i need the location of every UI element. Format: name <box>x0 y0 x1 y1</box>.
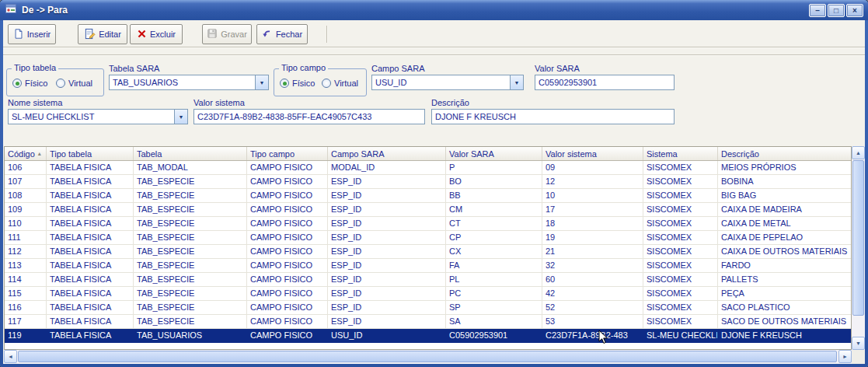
cell: C23D7F1A-89B2-483 <box>542 329 643 343</box>
separator-line <box>3 54 865 56</box>
table-row[interactable]: 113TABELA FISICATAB_ESPECIECAMPO FISICOE… <box>5 259 851 273</box>
cell: TAB_ESPECIE <box>134 287 247 301</box>
cell: 119 <box>5 329 47 343</box>
inserir-label: Inserir <box>27 30 51 39</box>
cell: SL-MEU CHECKLIST <box>643 329 718 343</box>
table-row[interactable]: 108TABELA FISICATAB_ESPECIECAMPO FISICOE… <box>5 189 851 203</box>
table-row[interactable]: 112TABELA FISICATAB_ESPECIECAMPO FISICOE… <box>5 245 851 259</box>
minimize-button[interactable]: – <box>809 4 826 17</box>
cell: TAB_ESPECIE <box>134 189 247 203</box>
cell: MEIOS PRÓPRIOS <box>718 161 852 175</box>
cell: PEÇA <box>718 287 852 301</box>
column-header[interactable]: Tipo campo <box>247 147 328 160</box>
cell: ESP_ID <box>328 245 446 259</box>
cell: SISCOMEX <box>643 287 718 301</box>
cell: CAMPO FISICO <box>247 315 328 329</box>
editar-button[interactable]: Editar <box>78 24 127 44</box>
cell: CM <box>446 203 542 217</box>
tipo-campo-group: Tipo campo Físico Virtual <box>274 68 367 96</box>
nome-sistema-combo[interactable]: SL-MEU CHECKLIST ▼ <box>8 109 188 124</box>
cell: SISCOMEX <box>643 189 718 203</box>
tipo-campo-virtual-radio[interactable]: Virtual <box>322 79 358 88</box>
campo-sara-value: USU_ID <box>372 78 510 87</box>
descricao-input[interactable] <box>431 109 675 124</box>
vertical-scrollbar[interactable]: ▲ ▼ <box>852 146 865 350</box>
cell: ESP_ID <box>328 301 446 315</box>
chevron-down-icon[interactable]: ▼ <box>174 110 187 124</box>
cell: PC <box>446 287 542 301</box>
cell: USU_ID <box>328 329 446 343</box>
nome-sistema-label: Nome sistema <box>8 98 62 107</box>
cell: 109 <box>5 203 47 217</box>
table-row[interactable]: 109TABELA FISICATAB_ESPECIECAMPO FISICOE… <box>5 203 851 217</box>
tabela-sara-combo[interactable]: TAB_USUARIOS ▼ <box>109 75 269 90</box>
cell: 21 <box>542 245 643 259</box>
column-header[interactable]: Campo SARA <box>328 147 446 160</box>
table-row[interactable]: 107TABELA FISICATAB_ESPECIECAMPO FISICOE… <box>5 175 851 189</box>
tipo-campo-fisico-radio[interactable]: Físico <box>280 79 315 88</box>
column-header[interactable]: Descrição <box>718 147 852 160</box>
valor-sara-input[interactable] <box>535 75 675 90</box>
cell: SISCOMEX <box>643 273 718 287</box>
cell: CAIXA DE METAL <box>718 217 852 231</box>
inserir-button[interactable]: Inserir <box>8 24 56 44</box>
cell: ESP_ID <box>328 273 446 287</box>
sort-asc-icon: ▴ <box>38 150 41 157</box>
table-row[interactable]: 111TABELA FISICATAB_ESPECIECAMPO FISICOE… <box>5 231 851 245</box>
column-header[interactable]: Código▴ <box>5 147 47 160</box>
cell: FARDO <box>718 259 852 273</box>
tipo-campo-label: Tipo campo <box>279 63 328 72</box>
cell: TAB_ESPECIE <box>134 231 247 245</box>
close-button[interactable]: × <box>846 4 863 17</box>
table-row[interactable]: 115TABELA FISICATAB_ESPECIECAMPO FISICOE… <box>5 287 851 301</box>
vertical-scroll-thumb[interactable] <box>852 160 864 316</box>
chevron-down-icon[interactable]: ▼ <box>510 75 523 89</box>
fechar-button[interactable]: Fechar <box>256 24 308 44</box>
cell: TAB_ESPECIE <box>134 259 247 273</box>
cell: TABELA FISICA <box>47 175 134 189</box>
scroll-right-icon[interactable]: ► <box>838 350 852 363</box>
tipo-tabela-virtual-radio[interactable]: Virtual <box>56 79 92 88</box>
chevron-down-icon[interactable]: ▼ <box>255 75 268 89</box>
cell: SISCOMEX <box>643 203 718 217</box>
delete-icon <box>137 29 147 40</box>
cell: SACO DE OUTROS MATERIAIS <box>718 315 852 329</box>
column-header[interactable]: Tipo tabela <box>47 147 134 160</box>
table-row[interactable]: 106TABELA FISICATAB_MODALCAMPO FISICOMOD… <box>5 161 851 175</box>
excluir-button[interactable]: Excluir <box>130 24 183 44</box>
tipo-tabela-fisico-radio[interactable]: Físico <box>12 79 47 88</box>
scroll-up-icon[interactable]: ▲ <box>852 146 865 159</box>
cell: 116 <box>5 301 47 315</box>
cell: TAB_ESPECIE <box>134 217 247 231</box>
toolbar-separator <box>326 26 328 43</box>
column-header[interactable]: Tabela <box>134 147 247 160</box>
cell: CP <box>446 231 542 245</box>
scroll-down-icon[interactable]: ▼ <box>852 337 865 350</box>
table-row[interactable]: 116TABELA FISICATAB_ESPECIECAMPO FISICOE… <box>5 301 851 315</box>
table-row[interactable]: 117TABELA FISICATAB_ESPECIECAMPO FISICOE… <box>5 315 851 329</box>
table-row[interactable]: 110TABELA FISICATAB_ESPECIECAMPO FISICOE… <box>5 217 851 231</box>
valor-sistema-input[interactable] <box>193 109 425 124</box>
table-row[interactable]: 119TABELA FISICATAB_USUARIOSCAMPO FISICO… <box>5 329 851 343</box>
maximize-button[interactable]: □ <box>828 4 845 17</box>
campo-sara-combo[interactable]: USU_ID ▼ <box>371 75 524 90</box>
cell: TABELA FISICA <box>47 231 134 245</box>
horizontal-scroll-thumb[interactable] <box>18 351 837 362</box>
cell: PL <box>446 273 542 287</box>
cell: SISCOMEX <box>643 301 718 315</box>
column-header[interactable]: Valor sistema <box>542 147 643 160</box>
horizontal-scrollbar[interactable]: ◄ ► <box>4 350 852 364</box>
table-row[interactable]: 114TABELA FISICATAB_ESPECIECAMPO FISICOE… <box>5 273 851 287</box>
cell: SACO PLASTICO <box>718 301 852 315</box>
column-header[interactable]: Sistema <box>643 147 718 160</box>
valor-sara-label: Valor SARA <box>535 64 580 73</box>
cell: TABELA FISICA <box>47 217 134 231</box>
column-header[interactable]: Valor SARA <box>446 147 542 160</box>
cell: ESP_ID <box>328 259 446 273</box>
data-grid: Código▴Tipo tabelaTabelaTipo campoCampo … <box>4 146 852 350</box>
cell: CAIXA DE OUTROS MATERIAIS <box>718 245 852 259</box>
editar-label: Editar <box>99 30 121 39</box>
cell: 114 <box>5 273 47 287</box>
scroll-left-icon[interactable]: ◄ <box>4 350 17 363</box>
cell: ESP_ID <box>328 203 446 217</box>
